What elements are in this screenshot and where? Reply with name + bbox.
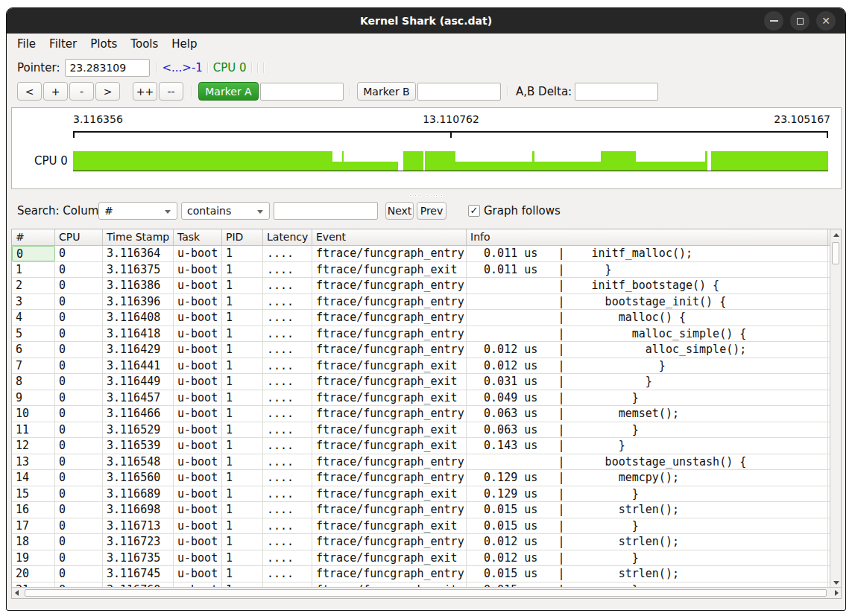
search-prev-button[interactable]: Prev [417,202,446,220]
table-cell[interactable]: 1 [222,358,263,374]
cpu0-activity-bar[interactable] [73,151,828,171]
close-button[interactable]: ✕ [816,11,836,31]
menu-item-filter[interactable]: Filter [42,35,83,53]
table-cell[interactable]: u-boot [174,486,222,502]
table-cell[interactable]: .... [263,566,312,582]
menu-item-help[interactable]: Help [165,35,203,53]
table-cell[interactable]: 3.116713 [103,518,174,534]
table-cell[interactable]: u-boot [174,390,222,406]
table-cell[interactable]: ftrace/funcgraph_entry [312,406,467,422]
table-row[interactable]: 1403.116560u-boot1....ftrace/funcgraph_e… [12,470,830,486]
scroll-up-icon[interactable] [833,233,839,237]
marker-b-input[interactable] [417,83,501,101]
table-cell[interactable]: u-boot [174,278,222,293]
table-cell[interactable]: 0 [12,246,55,261]
table-cell[interactable]: u-boot [174,502,222,518]
table-cell[interactable]: 0 [55,262,103,278]
table-cell[interactable]: u-boot [174,438,222,454]
vertical-scrollbar[interactable] [830,229,841,588]
table-cell[interactable]: 1 [222,406,263,422]
table-cell[interactable]: ftrace/funcgraph_entry [312,566,467,582]
table-row[interactable]: 103.116375u-boot1....ftrace/funcgraph_ex… [12,262,830,279]
table-cell[interactable]: u-boot [174,422,222,438]
table-cell[interactable]: u-boot [174,374,222,390]
table-cell[interactable]: 3.116457 [103,390,174,406]
horizontal-scrollbar[interactable] [12,587,841,598]
table-cell[interactable]: 1 [222,486,263,502]
table-row[interactable]: 003.116364u-boot1....ftrace/funcgraph_en… [12,246,830,262]
table-cell[interactable]: ftrace/funcgraph_entry [312,326,467,342]
table-cell[interactable]: ftrace/funcgraph_exit [312,374,467,390]
table-cell[interactable]: 0 [55,294,103,310]
table-cell[interactable]: 0 [55,518,103,534]
table-row[interactable]: 203.116386u-boot1....ftrace/funcgraph_en… [12,278,830,294]
table-cell[interactable]: ftrace/funcgraph_exit [312,486,467,502]
table-cell[interactable]: 1 [12,262,55,278]
column-header-pid[interactable]: PID [222,229,263,245]
nav-button--[interactable]: - [69,82,94,101]
nav-button-+[interactable]: + [43,82,68,101]
table-cell[interactable]: .... [263,454,312,470]
table-cell[interactable]: ftrace/funcgraph_entry [312,470,467,486]
table-cell[interactable]: 1 [222,390,263,406]
table-cell[interactable]: 0.015 us | strlen(); [467,566,828,582]
table-cell[interactable]: 0.031 us | } [467,374,828,390]
marker-a-input[interactable] [260,83,344,101]
table-cell[interactable]: .... [263,486,312,502]
table-cell[interactable]: ftrace/funcgraph_entry [312,342,467,358]
table-cell[interactable]: ftrace/funcgraph_exit [312,518,467,534]
table-cell[interactable]: 0.012 us | alloc_simple(); [467,342,828,358]
table-cell[interactable]: 13 [12,454,55,470]
table-cell[interactable]: .... [263,342,312,358]
marker-b-button[interactable]: Marker B [357,82,416,101]
table-cell[interactable]: 0 [55,406,103,422]
search-next-button[interactable]: Next [385,202,414,220]
table-cell[interactable]: 0 [55,534,103,550]
table-cell[interactable]: 0 [55,566,103,582]
table-cell[interactable]: u-boot [174,326,222,342]
scroll-left-icon[interactable] [15,590,19,596]
zoom-button-++[interactable]: ++ [133,82,157,101]
table-cell[interactable]: 16 [12,502,55,518]
table-cell[interactable]: 0 [55,422,103,438]
table-row[interactable]: 2003.116745u-boot1....ftrace/funcgraph_e… [12,566,830,582]
table-cell[interactable]: 0 [55,310,103,326]
column-header-task[interactable]: Task [174,229,222,245]
table-cell[interactable]: 3.116689 [103,486,174,502]
table-cell[interactable]: 0.011 us | initf_malloc(); [467,246,828,261]
table-cell[interactable]: 20 [12,566,55,582]
table-cell[interactable]: u-boot [174,518,222,534]
scroll-right-icon[interactable] [835,590,839,596]
table-row[interactable]: 403.116408u-boot1....ftrace/funcgraph_en… [12,310,830,326]
table-cell[interactable]: ftrace/funcgraph_exit [312,438,467,454]
table-cell[interactable]: ftrace/funcgraph_entry [312,278,467,293]
table-cell[interactable]: ftrace/funcgraph_entry [312,502,467,518]
table-cell[interactable]: .... [263,262,312,278]
table-cell[interactable]: ftrace/funcgraph_entry [312,294,467,310]
table-row[interactable]: 1903.116735u-boot1....ftrace/funcgraph_e… [12,550,830,567]
table-cell[interactable]: 4 [12,310,55,326]
vertical-scroll-thumb[interactable] [832,242,839,264]
table-cell[interactable]: 1 [222,278,263,293]
column-header-cpu[interactable]: CPU [55,229,103,245]
table-cell[interactable]: 1 [222,422,263,438]
table-cell[interactable]: u-boot [174,454,222,470]
table-cell[interactable]: ftrace/funcgraph_exit [312,422,467,438]
graph-follows-checkbox[interactable]: ✓ [468,205,480,217]
table-cell[interactable]: 0.011 us | } [467,262,828,278]
table-cell[interactable]: 3.116449 [103,374,174,390]
table-cell[interactable]: 0 [55,486,103,502]
table-cell[interactable]: 3.116375 [103,262,174,278]
table-cell[interactable]: 0 [55,470,103,486]
table-cell[interactable]: 0 [55,390,103,406]
table-cell[interactable]: 0.143 us | } [467,438,828,454]
table-cell[interactable]: 0 [55,278,103,293]
table-cell[interactable]: 0 [55,342,103,358]
table-cell[interactable]: .... [263,390,312,406]
table-cell[interactable]: .... [263,326,312,342]
table-cell[interactable]: .... [263,374,312,390]
table-cell[interactable]: .... [263,534,312,550]
table-cell[interactable]: 17 [12,518,55,534]
search-input[interactable] [274,202,378,220]
table-cell[interactable]: u-boot [174,342,222,358]
